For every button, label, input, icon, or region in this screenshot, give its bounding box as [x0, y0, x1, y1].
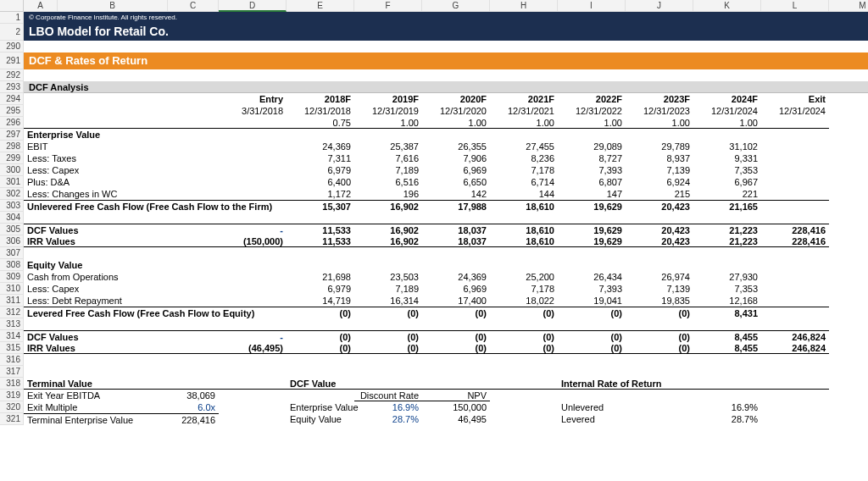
- rowhead-294[interactable]: 294: [0, 93, 24, 105]
- rowhead-299[interactable]: 299: [0, 152, 24, 164]
- colhead-D[interactable]: D: [219, 0, 287, 12]
- blank-cell: [761, 152, 829, 164]
- dcf-values-eq-label: DCF Values: [24, 330, 219, 342]
- irr-entry: (150,000): [219, 235, 287, 247]
- row-label: Plus: D&A: [24, 176, 219, 188]
- data-cell: (0): [626, 342, 693, 354]
- rowhead-297[interactable]: 297: [0, 129, 24, 141]
- fraction-cell: 1.00: [490, 117, 558, 129]
- data-cell: 16,902: [354, 224, 422, 235]
- data-cell: 23,503: [354, 271, 422, 283]
- rowhead-319[interactable]: 319: [0, 390, 24, 401]
- colhead-A[interactable]: A: [24, 0, 58, 12]
- rowhead-1[interactable]: 1: [0, 12, 24, 24]
- rowhead-304[interactable]: 304: [0, 212, 24, 224]
- colhead-F[interactable]: F: [354, 0, 422, 12]
- blank-cell: [626, 413, 693, 425]
- data-cell: (0): [354, 330, 422, 342]
- blank-cell: [219, 200, 287, 212]
- blank-cell: [761, 413, 868, 425]
- blank-cell: [761, 164, 829, 176]
- data-cell: 196: [354, 188, 422, 200]
- data-cell: 17,400: [422, 295, 490, 307]
- rowhead-308[interactable]: 308: [0, 259, 24, 271]
- rowhead-310[interactable]: 310: [0, 283, 24, 295]
- rowhead-307[interactable]: 307: [0, 247, 24, 259]
- colhead-K[interactable]: K: [693, 0, 761, 12]
- rowhead-316[interactable]: 316: [0, 354, 24, 366]
- rowhead-311[interactable]: 311: [0, 295, 24, 307]
- rowhead-291[interactable]: 291: [0, 53, 24, 69]
- rowhead-314[interactable]: 314: [0, 330, 24, 342]
- colhead-M[interactable]: M: [829, 0, 868, 12]
- rowhead-318[interactable]: 318: [0, 378, 24, 390]
- rowhead-290[interactable]: 290: [0, 41, 24, 53]
- rowhead-317[interactable]: 317: [0, 366, 24, 378]
- date-cell: 12/31/2024: [693, 105, 761, 117]
- rowhead-309[interactable]: 309: [0, 271, 24, 283]
- rowhead-303[interactable]: 303: [0, 200, 24, 212]
- rowhead-302[interactable]: 302: [0, 188, 24, 200]
- rowhead-301[interactable]: 301: [0, 176, 24, 188]
- irr-values-eq-label: IRR Values: [24, 342, 219, 354]
- blank-row: [24, 69, 868, 81]
- colhead-H[interactable]: H: [490, 0, 558, 12]
- rowhead-305[interactable]: 305: [0, 224, 24, 235]
- hdr-2020: 2020F: [422, 93, 490, 105]
- blank-cell: [219, 307, 287, 318]
- rowhead-315[interactable]: 315: [0, 342, 24, 354]
- rowhead-292[interactable]: 292: [0, 69, 24, 81]
- date-cell: 12/31/2023: [626, 105, 693, 117]
- rowhead-300[interactable]: 300: [0, 164, 24, 176]
- data-cell: 16,314: [354, 295, 422, 307]
- data-cell: 6,969: [422, 164, 490, 176]
- blank-cell: [626, 401, 693, 413]
- data-cell: 27,455: [490, 141, 558, 152]
- colhead-L[interactable]: L: [761, 0, 829, 12]
- colhead-C[interactable]: C: [168, 0, 219, 12]
- rowhead-296[interactable]: 296: [0, 117, 24, 129]
- blank-cell: [490, 401, 558, 413]
- data-cell: 7,353: [693, 283, 761, 295]
- rowhead-298[interactable]: 298: [0, 141, 24, 152]
- data-cell: 7,189: [354, 164, 422, 176]
- blank-cell: [761, 141, 829, 152]
- colhead-E[interactable]: E: [287, 0, 354, 12]
- blank-cell: [219, 390, 287, 401]
- rowhead-293[interactable]: 293: [0, 81, 24, 93]
- hdr-2019: 2019F: [354, 93, 422, 105]
- rowhead-320[interactable]: 320: [0, 401, 24, 413]
- rowhead-321[interactable]: 321: [0, 413, 24, 425]
- fraction-cell: 1.00: [422, 117, 490, 129]
- hdr-2022: 2022F: [558, 93, 626, 105]
- rowhead-2[interactable]: 2: [0, 24, 24, 41]
- select-all-corner[interactable]: [0, 0, 24, 12]
- rowhead-312[interactable]: 312: [0, 307, 24, 318]
- colhead-I[interactable]: I: [558, 0, 626, 12]
- data-cell: (0): [354, 342, 422, 354]
- rowhead-295[interactable]: 295: [0, 105, 24, 117]
- data-cell: 26,974: [626, 271, 693, 283]
- blank-cell: [490, 378, 558, 390]
- blank-cell: [219, 401, 287, 413]
- rowhead-306[interactable]: 306: [0, 235, 24, 247]
- rowhead-313[interactable]: 313: [0, 318, 24, 330]
- colhead-J[interactable]: J: [626, 0, 693, 12]
- blank-cell: [219, 283, 287, 295]
- blank-cell: [761, 188, 829, 200]
- data-cell: 19,041: [558, 295, 626, 307]
- data-cell: (0): [287, 307, 354, 318]
- colhead-B[interactable]: B: [58, 0, 168, 12]
- dcf-entry: -: [219, 224, 287, 235]
- row-label: Less: Capex: [24, 283, 219, 295]
- data-cell: 6,650: [422, 176, 490, 188]
- exit-ebitda-label: Exit Year EBITDA: [24, 390, 168, 401]
- data-cell: 7,393: [558, 283, 626, 295]
- data-cell: 25,200: [490, 271, 558, 283]
- data-cell: 20,423: [626, 224, 693, 235]
- data-cell: 14,719: [287, 295, 354, 307]
- colhead-G[interactable]: G: [422, 0, 490, 12]
- blank-cell: [219, 378, 287, 390]
- spreadsheet-grid[interactable]: A B C D E F G H I J K L M 1 © Corporate …: [0, 0, 868, 425]
- blank-cell: [219, 152, 287, 164]
